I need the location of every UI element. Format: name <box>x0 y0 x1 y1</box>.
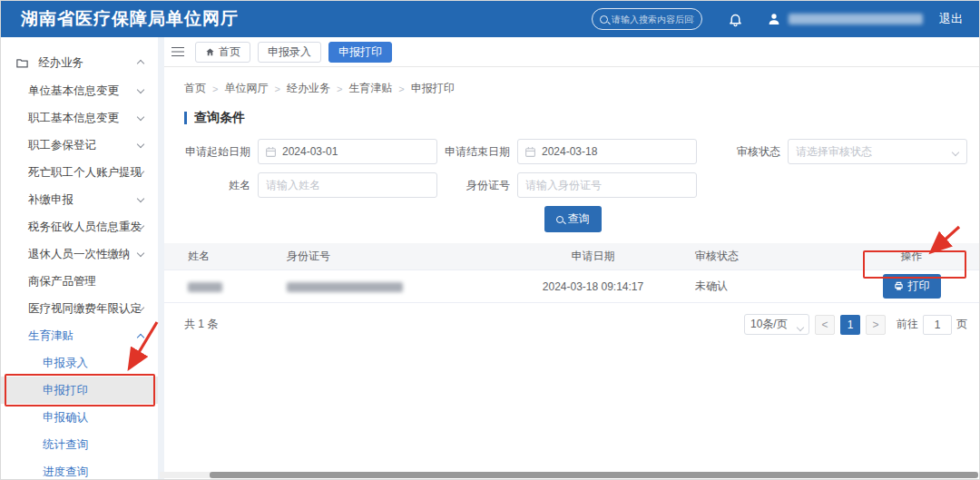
sidebar-item-declaration-entry[interactable]: 申报录入 <box>1 349 158 377</box>
id-number-input[interactable] <box>518 173 696 197</box>
sidebar-item-progress-query[interactable]: 进度查询 <box>1 458 158 480</box>
sidebar-root-business[interactable]: 经办业务 <box>1 48 158 77</box>
breadcrumb-current: 申报打印 <box>411 81 455 96</box>
chevron-down-icon <box>137 250 144 257</box>
sidebar-item-employee-info-change[interactable]: 职工基本信息变更 <box>1 104 158 132</box>
breadcrumb-maternity[interactable]: 生育津贴 <box>348 81 392 96</box>
breadcrumb-separator: > <box>274 83 279 94</box>
table-row: 2024-03-18 09:14:17 未确认 打印 <box>164 270 980 303</box>
sidebar-nav: 经办业务 单位基本信息变更 职工基本信息变更 职工参保登记 死亡职工个人账户提现… <box>1 37 158 480</box>
sidebar-item-label: 生育津贴 <box>28 328 74 344</box>
sidebar-item-employee-enrollment[interactable]: 职工参保登记 <box>1 132 158 159</box>
logout-button[interactable]: 退出 <box>939 11 963 27</box>
name-field[interactable] <box>258 172 437 198</box>
tab-declaration-print[interactable]: 申报打印 <box>328 42 392 63</box>
sidebar-item-label: 统计查询 <box>43 437 88 453</box>
section-accent-bar <box>184 112 187 124</box>
search-icon <box>600 15 608 24</box>
chevron-down-icon <box>952 149 959 156</box>
audit-status-placeholder: 请选择审核状态 <box>796 144 872 160</box>
home-icon <box>205 47 215 57</box>
horizontal-scrollbar-track[interactable] <box>160 472 978 478</box>
user-name-redacted <box>789 14 923 24</box>
tab-label: 申报录入 <box>268 44 311 60</box>
header-right: 退出 <box>592 1 979 37</box>
sidebar-item-supplementary-declaration[interactable]: 补缴申报 <box>1 186 158 213</box>
goto-suffix-label: 页 <box>956 317 967 332</box>
notification-bell[interactable] <box>728 12 743 27</box>
cell-name <box>164 280 287 293</box>
user-icon <box>767 12 781 26</box>
sidebar-item-label: 经办业务 <box>38 55 83 71</box>
sidebar-item-declaration-confirm[interactable]: 申报确认 <box>1 404 158 431</box>
sidebar-scrollbar-track[interactable] <box>158 37 164 480</box>
sidebar-item-declaration-print[interactable]: 申报打印 <box>1 377 158 404</box>
col-header-id: 身份证号 <box>287 249 491 264</box>
page-number-1[interactable]: 1 <box>840 315 860 335</box>
main-area: 首页 申报录入 申报打印 首页 > 单位网厅 > 经办业务 > 生育津贴 > 申… <box>164 37 980 480</box>
chevron-up-icon <box>137 60 144 67</box>
chevron-down-icon <box>797 324 804 331</box>
page-size-select[interactable]: 10条/页 <box>744 314 809 335</box>
chevron-up-icon <box>137 334 144 341</box>
col-header-name: 姓名 <box>164 249 287 264</box>
tab-home[interactable]: 首页 <box>195 42 250 63</box>
sidebar-item-commercial-insurance-mgmt[interactable]: 商保产品管理 <box>1 268 158 295</box>
end-date-field[interactable] <box>517 139 697 164</box>
sidebar-item-label: 税务征收人员信息重发 <box>28 220 142 235</box>
printer-icon <box>894 281 904 291</box>
chevron-down-icon <box>137 141 144 148</box>
query-form: 申请起始日期 申请结束日期 <box>164 138 980 232</box>
col-header-action: 操作 <box>842 249 980 264</box>
sidebar-item-deceased-account-withdrawal[interactable]: 死亡职工个人账户提现 <box>1 159 158 186</box>
id-number-field[interactable] <box>517 172 697 198</box>
result-table: 姓名 身份证号 申请日期 审核状态 操作 2024-03-18 09:14:17… <box>164 243 980 303</box>
breadcrumb: 首页 > 单位网厅 > 经办业务 > 生育津贴 > 申报打印 <box>184 81 980 96</box>
audit-status-select[interactable]: 请选择审核状态 <box>788 139 967 164</box>
print-button-label: 打印 <box>908 279 930 294</box>
sidebar-group-maternity-allowance[interactable]: 生育津贴 <box>1 322 158 349</box>
prev-page-button[interactable]: < <box>815 315 835 335</box>
sidebar-item-tax-info-resend[interactable]: 税务征收人员信息重发 <box>1 213 158 240</box>
start-date-input[interactable] <box>259 140 436 163</box>
sidebar-item-label: 退休人员一次性缴纳 <box>28 247 131 262</box>
start-date-field[interactable] <box>258 139 437 164</box>
breadcrumb-business[interactable]: 经办业务 <box>287 81 330 96</box>
breadcrumb-home[interactable]: 首页 <box>184 81 206 96</box>
menu-collapse-icon[interactable] <box>172 47 184 57</box>
query-button[interactable]: 查询 <box>544 206 602 232</box>
sidebar-item-unit-info-change[interactable]: 单位基本信息变更 <box>1 77 158 104</box>
global-search-input[interactable] <box>612 15 694 24</box>
user-account[interactable] <box>767 12 923 26</box>
id-number-label: 身份证号 <box>437 178 517 193</box>
tab-label: 首页 <box>219 44 240 60</box>
search-icon <box>556 216 564 223</box>
global-search[interactable] <box>592 8 702 30</box>
sidebar-item-deemed-payment-years[interactable]: 医疗视同缴费年限认定 <box>1 295 158 322</box>
name-input[interactable] <box>259 173 436 197</box>
breadcrumb-separator: > <box>398 83 404 94</box>
sidebar-item-retiree-onetime-payment[interactable]: 退休人员一次性缴纳 <box>1 240 158 268</box>
breadcrumb-separator: > <box>212 83 218 94</box>
app-window: 湖南省医疗保障局单位网厅 退出 <box>0 0 980 480</box>
total-count: 共 1 条 <box>184 317 218 332</box>
end-date-input[interactable] <box>518 140 696 163</box>
sidebar-item-label: 职工基本信息变更 <box>28 111 119 126</box>
next-page-button[interactable]: > <box>866 315 886 335</box>
cell-action: 打印 <box>842 274 980 299</box>
tab-bar: 首页 申报录入 申报打印 <box>164 37 980 67</box>
print-button[interactable]: 打印 <box>883 274 941 299</box>
tab-label: 申报打印 <box>338 44 382 60</box>
breadcrumb-unit-portal[interactable]: 单位网厅 <box>224 81 268 96</box>
top-header: 湖南省医疗保障局单位网厅 退出 <box>1 1 979 37</box>
section-title-text: 查询条件 <box>194 110 245 126</box>
page-size-value: 10条/页 <box>750 317 788 332</box>
chevron-down-icon <box>137 86 144 93</box>
horizontal-scrollbar-thumb[interactable] <box>210 472 978 478</box>
chevron-down-icon <box>137 195 144 202</box>
audit-status-label: 审核状态 <box>717 144 788 160</box>
name-label: 姓名 <box>164 178 258 193</box>
goto-page-input[interactable] <box>923 315 952 335</box>
tab-declaration-entry[interactable]: 申报录入 <box>258 42 321 63</box>
sidebar-item-statistics-query[interactable]: 统计查询 <box>1 431 158 458</box>
